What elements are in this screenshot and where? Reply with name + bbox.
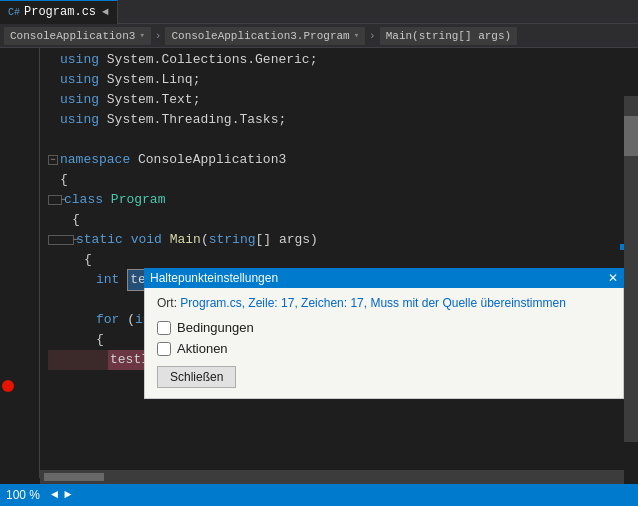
breakpoint-marker[interactable] <box>2 380 14 392</box>
breadcrumb-item-1[interactable]: ConsoleApplication3.Program ▾ <box>165 27 365 45</box>
h-scrollbar-thumb[interactable] <box>44 473 104 481</box>
zoom-level: 100 % <box>6 488 40 502</box>
status-bar: 100 % ◄ ► <box>0 484 638 506</box>
v-scrollbar[interactable] <box>624 96 638 442</box>
popup-header: Haltepunkteinstellungen ✕ <box>144 268 624 288</box>
code-line-4: using System.Threading.Tasks; <box>48 110 638 130</box>
code-line-5 <box>48 130 638 150</box>
actions-label: Aktionen <box>177 341 228 356</box>
code-line-2: using System.Linq; <box>48 70 638 90</box>
scroll-right-button[interactable]: ► <box>61 488 74 502</box>
code-editor[interactable]: using System.Collections.Generic; using … <box>0 48 638 478</box>
collapse-icon-main[interactable]: − <box>48 235 74 245</box>
code-line-7: { <box>48 170 638 190</box>
breadcrumb-sep-2: › <box>367 30 378 42</box>
code-content: using System.Collections.Generic; using … <box>40 48 638 478</box>
popup-close-button[interactable]: ✕ <box>608 271 618 285</box>
code-line-10: − static void Main(string[] args) <box>48 230 638 250</box>
popup-location: Ort: Program.cs, Zeile: 17, Zeichen: 17,… <box>157 296 611 310</box>
tab-bar: C# Program.cs ◄ <box>0 0 638 24</box>
popup-body: Ort: Program.cs, Zeile: 17, Zeichen: 17,… <box>144 288 624 399</box>
conditions-label: Bedingungen <box>177 320 254 335</box>
collapse-icon-ns[interactable]: − <box>48 155 58 165</box>
code-line-11: { <box>48 250 638 270</box>
breadcrumb-label-1: ConsoleApplication3.Program <box>171 30 349 42</box>
breadcrumb-item-0[interactable]: ConsoleApplication3 ▾ <box>4 27 151 45</box>
code-line-6: − namespace ConsoleApplication3 <box>48 150 638 170</box>
breadcrumb-label-0: ConsoleApplication3 <box>10 30 135 42</box>
gutter <box>0 48 40 478</box>
code-line-3: using System.Text; <box>48 90 638 110</box>
breadcrumb-bar: ConsoleApplication3 ▾ › ConsoleApplicati… <box>0 24 638 48</box>
actions-checkbox[interactable] <box>157 342 171 356</box>
popup-checkbox-conditions[interactable]: Bedingungen <box>157 320 611 335</box>
breadcrumb-arrow-1: ▾ <box>354 30 359 41</box>
h-scrollbar[interactable] <box>40 470 624 484</box>
conditions-checkbox[interactable] <box>157 321 171 335</box>
code-line-8: − class Program <box>48 190 638 210</box>
popup-title: Haltepunkteinstellungen <box>150 271 278 285</box>
breadcrumb-arrow-0: ▾ <box>139 30 144 41</box>
popup-location-detail: Program.cs, Zeile: 17, Zeichen: 17, Muss… <box>180 296 566 310</box>
tab-close-button[interactable]: ◄ <box>102 6 109 18</box>
breadcrumb-item-2[interactable]: Main(string[] args) <box>380 27 517 45</box>
popup-location-label: Ort: <box>157 296 177 310</box>
tab-label: Program.cs <box>24 5 96 19</box>
collapse-icon-class[interactable]: − <box>48 195 62 205</box>
popup-button-row: Schließen <box>157 366 611 388</box>
status-scroll: ◄ ► <box>48 488 74 502</box>
code-line-1: using System.Collections.Generic; <box>48 50 638 70</box>
scroll-left-button[interactable]: ◄ <box>48 488 61 502</box>
cs-file-icon: C# <box>8 7 20 18</box>
popup-checkbox-actions[interactable]: Aktionen <box>157 341 611 356</box>
breakpoint-settings-popup: Haltepunkteinstellungen ✕ Ort: Program.c… <box>144 268 624 399</box>
breadcrumb-sep-1: › <box>153 30 164 42</box>
tab-program-cs[interactable]: C# Program.cs ◄ <box>0 0 118 24</box>
code-line-9: { <box>48 210 638 230</box>
breadcrumb-label-2: Main(string[] args) <box>386 30 511 42</box>
close-button[interactable]: Schließen <box>157 366 236 388</box>
v-scrollbar-thumb[interactable] <box>624 116 638 156</box>
